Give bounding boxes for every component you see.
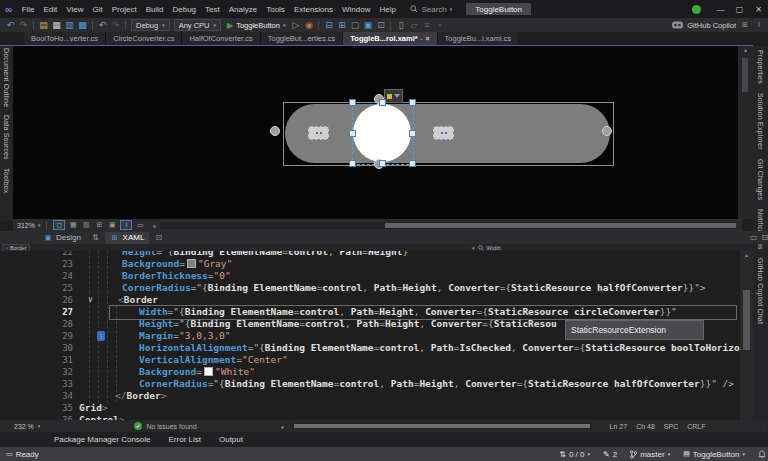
repository-button[interactable]: ▤ ToggleButton ▾ xyxy=(683,450,745,459)
current-branch-button[interactable]: master ▾ xyxy=(630,450,670,459)
menu-tools[interactable]: Tools xyxy=(262,5,290,14)
hot-reload-icon[interactable]: ◉ xyxy=(302,18,315,32)
show-snaplines-icon[interactable]: ⊞ xyxy=(94,221,104,229)
undo-icon[interactable]: ↶ xyxy=(96,18,109,32)
error-list-icon[interactable]: ▫ xyxy=(433,18,446,32)
copilot-label[interactable]: GitHub Copilot xyxy=(687,21,736,30)
copilot-badge-icon[interactable]: ⊞ xyxy=(740,21,750,29)
maximize-button[interactable]: ▢ xyxy=(730,5,749,14)
close-icon[interactable]: × xyxy=(425,35,429,42)
document-tab[interactable]: ToggleBut...erties.cs xyxy=(261,32,344,45)
popout-pane-icon[interactable]: ⊡ xyxy=(155,233,162,242)
show-annotations-icon[interactable]: ▣ xyxy=(107,221,117,229)
tab-xaml-view[interactable]: ⊞ XAML xyxy=(105,232,150,244)
editor-zoom-select[interactable]: 232 % xyxy=(14,423,34,430)
live-share-icon[interactable]: ⊡ xyxy=(374,18,387,32)
redo-icon[interactable]: ↷ xyxy=(109,18,122,32)
menu-help[interactable]: Help xyxy=(375,5,400,14)
navigate-backward-icon[interactable]: ↶ xyxy=(4,18,17,32)
snap-to-grid-icon[interactable]: ▥ xyxy=(81,221,91,229)
split-vertical-icon[interactable]: ⊟ xyxy=(762,233,768,242)
document-tab[interactable]: ToggleBu...l.xaml.cs xyxy=(438,32,520,45)
element-selection-box[interactable] xyxy=(352,102,414,165)
resize-handle[interactable] xyxy=(379,99,386,106)
column-indicator[interactable]: Ch 48 xyxy=(636,423,655,430)
tool-tab-github-copilot-chat[interactable]: GitHub Copilot Chat xyxy=(757,258,764,324)
menu-view[interactable]: View xyxy=(62,5,88,14)
tab-design-view[interactable]: ▣ Design xyxy=(38,232,86,244)
designer-vertical-scrollbar[interactable]: ▴ xyxy=(738,46,753,219)
tool-tab-git-changes[interactable]: Git Changes xyxy=(757,159,764,200)
feedback-group[interactable]: ▭ Ready xyxy=(6,450,39,459)
notifications-bell-icon[interactable] xyxy=(758,450,766,459)
menu-extensions[interactable]: Extensions xyxy=(289,5,337,14)
panel-tab-output[interactable]: Output xyxy=(210,435,252,444)
tool-tab-toolbox[interactable]: Toolbox xyxy=(3,168,10,194)
menu-test[interactable]: Test xyxy=(201,5,225,14)
scrollbar-thumb[interactable] xyxy=(742,58,748,92)
bookmark-folder-icon[interactable]: ▱ xyxy=(407,18,420,32)
save-icon[interactable]: ▥ xyxy=(63,18,76,32)
account-status-icon[interactable] xyxy=(692,5,701,14)
menu-debug[interactable]: Debug xyxy=(168,5,201,14)
scroll-left-arrow-icon[interactable]: ◂ xyxy=(152,222,155,229)
split-horizontal-icon[interactable]: ▭ xyxy=(750,233,758,242)
editor-vertical-scrollbar[interactable]: ▴ xyxy=(740,251,753,420)
scrollbar-thumb[interactable] xyxy=(743,290,750,350)
menu-window[interactable]: Window xyxy=(338,5,375,14)
resize-handle[interactable] xyxy=(349,160,356,167)
solution-configurations-dropdown[interactable]: Debug▾ xyxy=(131,19,170,31)
line-ending-indicator[interactable]: CRLF xyxy=(687,423,705,430)
designer-horizontal-scrollbar[interactable] xyxy=(160,222,736,229)
tool-tab-data-sources[interactable]: Data Sources xyxy=(3,115,10,160)
menu-file[interactable]: File xyxy=(17,5,39,14)
resize-handle[interactable] xyxy=(379,160,386,167)
copilot-menu-icon[interactable]: ⌇ xyxy=(754,21,764,29)
new-project-icon[interactable]: ▤ xyxy=(37,18,50,32)
sync-commits-button[interactable]: ⇅ 0 / 0 ▾ xyxy=(559,450,590,459)
suggestion-badge-icon[interactable]: ⋮ xyxy=(97,331,105,341)
start-debugging-button[interactable]: ▶ToggleButton▾ xyxy=(227,21,285,30)
resize-handle[interactable] xyxy=(409,160,416,167)
scrollbar-thumb[interactable] xyxy=(385,223,736,228)
panel-tab-package-manager-console[interactable]: Package Manager Console xyxy=(45,435,160,444)
tool-tab-solution-explorer[interactable]: Solution Explorer xyxy=(757,93,764,150)
document-tab[interactable]: HalfOfConverter.cs xyxy=(182,32,260,45)
issues-status-label[interactable]: No issues found xyxy=(146,423,196,430)
code-map-icon[interactable]: ▢ xyxy=(348,18,361,32)
designer-zoom-select[interactable]: 312% xyxy=(17,222,35,229)
solution-platforms-dropdown[interactable]: Any CPU▾ xyxy=(174,19,221,31)
document-tab[interactable]: ToggleB...rol.xaml*▪× xyxy=(343,32,437,45)
document-tab[interactable]: BoolToHo...verter.cs xyxy=(24,32,106,45)
minimize-button[interactable]: — xyxy=(711,5,730,14)
menu-project[interactable]: Project xyxy=(107,5,141,14)
resize-handle[interactable] xyxy=(349,99,356,106)
edit-mode-icon[interactable]: Ⅰ xyxy=(120,220,132,230)
search-box[interactable]: Search ▾ xyxy=(410,5,452,14)
active-document-badge[interactable]: ToggleButton xyxy=(466,3,531,15)
properties-window-icon[interactable]: ⊞ xyxy=(335,18,348,32)
menu-edit[interactable]: Edit xyxy=(39,5,62,14)
save-all-icon[interactable]: ▩ xyxy=(76,18,89,32)
bookmark-icon[interactable]: ▯ xyxy=(394,18,407,32)
panel-tab-error-list[interactable]: Error List xyxy=(160,435,210,444)
navigate-forward-icon[interactable]: ↷ xyxy=(17,18,30,32)
swap-panes-icon[interactable]: ⇅ xyxy=(92,233,99,242)
start-without-debugging-icon[interactable]: ▷ xyxy=(289,18,302,32)
resize-handle[interactable] xyxy=(409,130,416,137)
document-tab[interactable]: CircleConverter.cs xyxy=(106,32,182,45)
xaml-designer-surface[interactable] xyxy=(13,46,738,219)
resize-handle[interactable] xyxy=(349,130,356,137)
show-grid-icon[interactable]: ▦ xyxy=(68,221,78,229)
solution-explorer-sync-icon[interactable]: ⊟ xyxy=(322,18,335,32)
anchor-knob-right[interactable] xyxy=(602,126,612,136)
close-button[interactable]: ✕ xyxy=(749,5,768,14)
find-in-files-icon[interactable]: ▣ xyxy=(361,18,374,32)
zoom-to-fit-icon[interactable]: ◻ xyxy=(53,220,65,230)
resize-handle[interactable] xyxy=(409,99,416,106)
scroll-left-arrow-icon[interactable]: ◂ xyxy=(281,423,284,430)
scrollbar-thumb[interactable] xyxy=(294,424,590,428)
tool-tab-document-outline[interactable]: Document Outline xyxy=(3,48,10,107)
menu-build[interactable]: Build xyxy=(141,5,168,14)
disable-project-code-icon[interactable]: ▭ xyxy=(135,221,145,229)
